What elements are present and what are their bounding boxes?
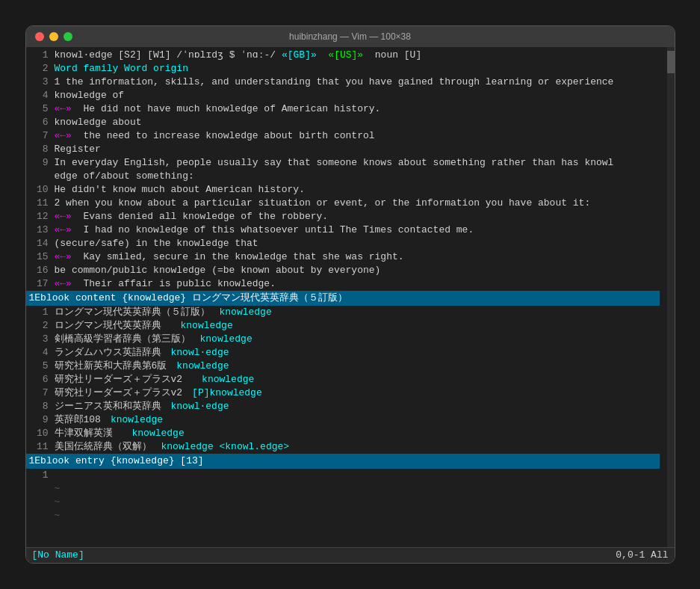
vim-editor: 1 knowl·edge [S2] [W1] /ˈnɒlɪdʒ $ ˈnɑː-/… [26, 47, 675, 563]
line-1: 1 knowl·edge [S2] [W1] /ˈnɒlɪdʒ $ ˈnɑː-/… [26, 49, 667, 62]
eblock1-item-10: 10 牛津双解英漢 knowledge [26, 427, 667, 440]
tilde-line-1: ~ [26, 482, 667, 496]
eblock1-header: 1Eblook content {knowledge} ロングマン現代英英辞典（… [26, 291, 660, 306]
window-title: huibinzhang — Vim — 100×38 [289, 31, 411, 42]
line-3: 3 1 the information, skills, and underst… [26, 75, 667, 89]
eblock1-item-6: 6 研究社リーダーズ＋プラスv2 knowledge [26, 373, 667, 386]
line-15: 15 «←» Kay smiled, secure in the knowled… [26, 250, 667, 264]
statusbar-filename: [No Name] [32, 548, 84, 563]
minimize-button[interactable] [49, 32, 58, 41]
line-14: 14 (secure/safe) in the knowledge that [26, 237, 667, 250]
vim-window: huibinzhang — Vim — 100×38 1 knowl·edge … [25, 25, 675, 564]
eblock1-item-7: 7 研究社リーダーズ＋プラスv2 [P]knowledge [26, 386, 667, 400]
line-13: 13 «←» I had no knowledge of this whatso… [26, 223, 667, 237]
eblock1-item-2: 2 ロングマン現代英英辞典 knowledge [26, 319, 667, 333]
line-9-cont: edge of/about something: [26, 170, 667, 183]
eblock1-item-9: 9 英辞郎108 knowledge [26, 413, 667, 427]
eblock1-label: 1Eblook content {knowledge} ロングマン現代英英辞典（… [29, 292, 347, 305]
line-6: 6 knowledge about [26, 116, 667, 129]
line-5: 5 «←» He did not have much knowledge of … [26, 102, 667, 116]
line-11: 11 2 when you know about a particular si… [26, 197, 667, 210]
line-10: 10 He didn't know much about American hi… [26, 183, 667, 197]
editor-main: 1 knowl·edge [S2] [W1] /ˈnɒlɪdʒ $ ˈnɑː-/… [26, 47, 675, 547]
statusbar-position: 0,0-1 All [616, 548, 668, 563]
close-button[interactable] [35, 32, 44, 41]
eblock1-item-4: 4 ランダムハウス英語辞典 knowl·edge [26, 346, 667, 360]
tilde-line-2: ~ [26, 496, 667, 509]
statusbar: [No Name] 0,0-1 All [26, 547, 675, 563]
line-17: 17 «←» Their affair is public knowledge. [26, 277, 667, 291]
eblock1-item-8: 8 ジーニアス英和和英辞典 knowl·edge [26, 400, 667, 413]
eblock2-header: 1Eblook entry {knowledge} [13] [26, 454, 660, 469]
traffic-lights [35, 32, 72, 41]
eblock1-item-3: 3 剣橋高級学習者辞典（第三版） knowledge [26, 333, 667, 346]
eblock1-item-1: 1 ロングマン現代英英辞典（５訂版） knowledge [26, 306, 667, 319]
scrollbar-thumb[interactable] [667, 51, 675, 73]
scrollbar[interactable] [667, 47, 675, 547]
line-2: 2 Word family Word origin [26, 62, 667, 75]
eblock2-label: 1Eblook entry {knowledge} [13] [29, 454, 204, 468]
line-9: 9 In everyday English, people usually sa… [26, 156, 667, 170]
eblock1-item-5: 5 研究社新英和大辞典第6版 knowledge [26, 360, 667, 373]
text-content: 1 knowl·edge [S2] [W1] /ˈnɒlɪdʒ $ ˈnɑː-/… [26, 47, 667, 524]
line-7: 7 «←» the need to increase knowledge abo… [26, 129, 667, 143]
line-8: 8 Register [26, 143, 667, 156]
line-4: 4 knowledge of [26, 89, 667, 102]
eblock2-line-1: 1 [26, 469, 667, 482]
tilde-line-3: ~ [26, 509, 667, 522]
eblock1-item-11: 11 美国伝統辞典（双解） knowledge <knowl.edge> [26, 440, 667, 454]
line-16: 16 be common/public knowledge (=be known… [26, 264, 667, 277]
maximize-button[interactable] [64, 32, 72, 41]
line-12: 12 «←» Evans denied all knowledge of the… [26, 210, 667, 223]
titlebar: huibinzhang — Vim — 100×38 [26, 26, 675, 47]
